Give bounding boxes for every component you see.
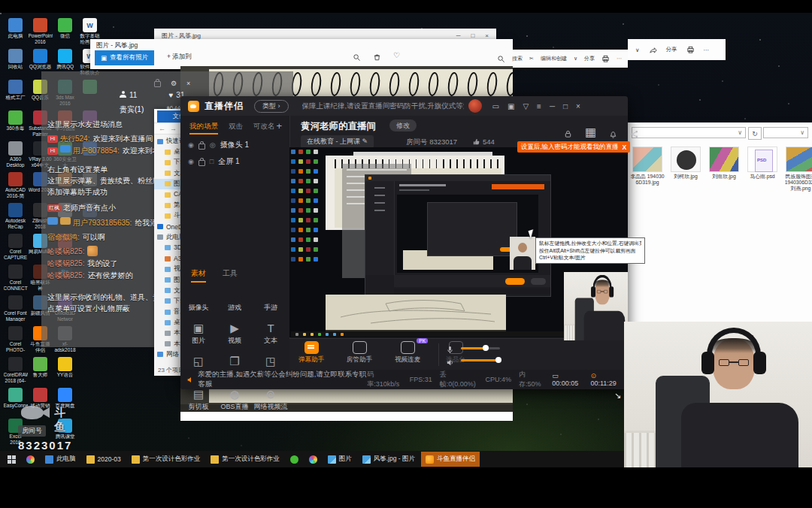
desktop-icon[interactable]: 微信: [53, 18, 77, 49]
desktop-icon[interactable]: 此电脑: [3, 18, 28, 49]
scene-item[interactable]: ◉□全屏 1: [180, 153, 289, 170]
view-all-photos-button[interactable]: ▣查看所有照片: [95, 50, 154, 65]
taskbar-item[interactable]: [304, 452, 322, 467]
danmu-assistant[interactable]: 弹幕助手: [295, 341, 327, 364]
chevron-down-icon[interactable]: ∨: [574, 56, 577, 62]
source-camera-source[interactable]: 摄像头: [189, 283, 209, 313]
desktop-icon[interactable]: Autodesk ReCap 2016: [3, 203, 28, 234]
source-video-source[interactable]: ▶视频: [228, 316, 241, 346]
refresh-icon[interactable]: ↻: [748, 127, 762, 140]
lock-icon[interactable]: [198, 144, 205, 150]
taskbar-item[interactable]: [22, 452, 39, 467]
desktop-icon[interactable]: Corel Font Manager: [3, 295, 28, 326]
close-icon[interactable]: ×: [576, 102, 580, 110]
speaker-volume-slider[interactable]: [461, 359, 500, 361]
type-button[interactable]: 类型 ›: [254, 100, 289, 113]
chevron-down-icon[interactable]: ∨: [800, 129, 804, 136]
add-to-button[interactable]: + 添加到: [167, 53, 192, 62]
mic-icon[interactable]: [446, 343, 454, 352]
video-pk[interactable]: 视频连麦PK: [392, 341, 423, 364]
desktop-icon[interactable]: Corel CAPTURE: [3, 234, 28, 265]
mic-volume-slider[interactable]: [461, 347, 500, 349]
scene-tab[interactable]: 我的场景: [189, 122, 218, 135]
taskbar-item[interactable]: [286, 452, 303, 467]
panel-tab[interactable]: 工具: [223, 268, 238, 283]
source-mobile-game-source[interactable]: 手游: [264, 283, 277, 313]
scene-item[interactable]: ◉◎摄像头 1: [180, 137, 289, 153]
taskbar-item[interactable]: 风筝.jpg - 图片: [358, 452, 420, 467]
lock-icon[interactable]: [154, 81, 161, 87]
file-item[interactable]: 马心雨.psd: [746, 147, 779, 192]
room-category-chip[interactable]: 在线教育 - 上网课 ✎: [301, 135, 374, 148]
desktop-icon[interactable]: AutoCAD 2016-简: [3, 172, 28, 203]
file-item[interactable]: 李晶晶 1940306D319.jpg: [631, 147, 664, 192]
tip-close-icon[interactable]: X: [623, 144, 627, 151]
taskbar-item[interactable]: 斗鱼直播伴侣: [421, 452, 480, 467]
taskbar-item[interactable]: 第一次设计色彩作业: [206, 452, 284, 467]
address-bar[interactable]: ∨: [632, 127, 746, 138]
source-text-source[interactable]: T文本: [264, 316, 277, 346]
print-icon[interactable]: [686, 46, 695, 54]
desktop-icon[interactable]: 回收站: [3, 49, 28, 80]
desktop-icon[interactable]: Corel PHOTO-PAINT: [3, 326, 28, 357]
maximize-icon[interactable]: □: [563, 102, 568, 110]
source-game-source[interactable]: 游戏: [228, 283, 241, 313]
forward-icon[interactable]: →: [170, 125, 177, 132]
taskbar-item[interactable]: 此电脑: [41, 452, 80, 467]
gear-icon[interactable]: ⚙: [171, 80, 177, 87]
menu-icon[interactable]: ≡: [537, 102, 541, 110]
panels-icon[interactable]: ▣: [508, 102, 514, 110]
desktop-icon[interactable]: A360 Desktop: [3, 141, 28, 172]
share-icon[interactable]: [630, 128, 638, 136]
speaker-icon[interactable]: [446, 356, 454, 364]
screen-icon[interactable]: ▭: [492, 102, 499, 110]
webcam-preview-small[interactable]: [564, 272, 628, 340]
desktop-icon[interactable]: YY语音: [53, 357, 77, 388]
more-icon[interactable]: ⋯: [617, 56, 622, 62]
visibility-eye-icon[interactable]: ◉: [188, 141, 194, 149]
taskbar-item[interactable]: 第一次设计色彩作业: [127, 452, 205, 467]
lock-icon[interactable]: [198, 160, 205, 166]
taskbar-item[interactable]: 2020-03: [82, 452, 126, 467]
favorite-icon[interactable]: ♡: [393, 51, 400, 59]
print-icon[interactable]: [601, 55, 610, 63]
chevron-down-icon[interactable]: ∨: [738, 129, 742, 136]
file-item[interactable]: 民族服饰图案 1940306D321 刘燕.png: [784, 147, 812, 192]
desktop-icon[interactable]: 格式工厂: [3, 80, 28, 110]
file-item[interactable]: 刘柯欣.jpg: [669, 147, 702, 192]
share-arrow-icon[interactable]: [649, 46, 657, 54]
desktop-icon[interactable]: 鲁大师: [28, 357, 53, 388]
chevron-down-icon[interactable]: ∨: [635, 47, 640, 53]
delete-icon[interactable]: [373, 51, 381, 59]
filter-icon[interactable]: ▽: [523, 102, 529, 110]
search-icon[interactable]: [497, 55, 505, 63]
lock-icon[interactable]: [564, 128, 572, 136]
edit-room-button[interactable]: 修改: [389, 119, 417, 132]
admin-assistant[interactable]: 房管助手: [344, 341, 375, 364]
start-button[interactable]: [3, 452, 20, 467]
desktop-icon[interactable]: Corel CONNECT: [3, 265, 28, 295]
bell-icon[interactable]: [609, 128, 617, 136]
minimize-icon[interactable]: ─: [550, 102, 555, 110]
share-button[interactable]: 分享: [584, 55, 595, 62]
zoom-icon[interactable]: [353, 51, 361, 59]
scene-tab[interactable]: 可改名: [253, 122, 275, 135]
visibility-eye-icon[interactable]: ◉: [188, 158, 194, 165]
avatar[interactable]: [468, 99, 482, 113]
minimize-icon[interactable]: ─: [456, 32, 461, 39]
desktop-icon[interactable]: CorelDRAW 2018 (64-: [3, 357, 28, 388]
file-item[interactable]: 刘雨欣.jpg: [707, 147, 741, 192]
source-image-source[interactable]: ▣图片: [192, 316, 205, 346]
edit-create-button[interactable]: 编辑和创建: [541, 55, 567, 62]
desktop-icon[interactable]: 360杀毒: [3, 110, 28, 141]
layout-icon[interactable]: ▦: [585, 125, 596, 139]
panel-tab[interactable]: 素材: [191, 268, 206, 283]
close-icon[interactable]: ×: [186, 80, 190, 87]
close-icon[interactable]: ×: [485, 32, 489, 39]
add-scene-button[interactable]: +: [276, 120, 282, 132]
search-label[interactable]: 搜索: [512, 55, 523, 62]
share-label[interactable]: 分享: [666, 46, 677, 53]
more-icon[interactable]: ⋯: [704, 47, 710, 53]
desktop-icon[interactable]: PowerPoint 2016: [28, 18, 53, 49]
maximize-icon[interactable]: □: [471, 32, 474, 39]
